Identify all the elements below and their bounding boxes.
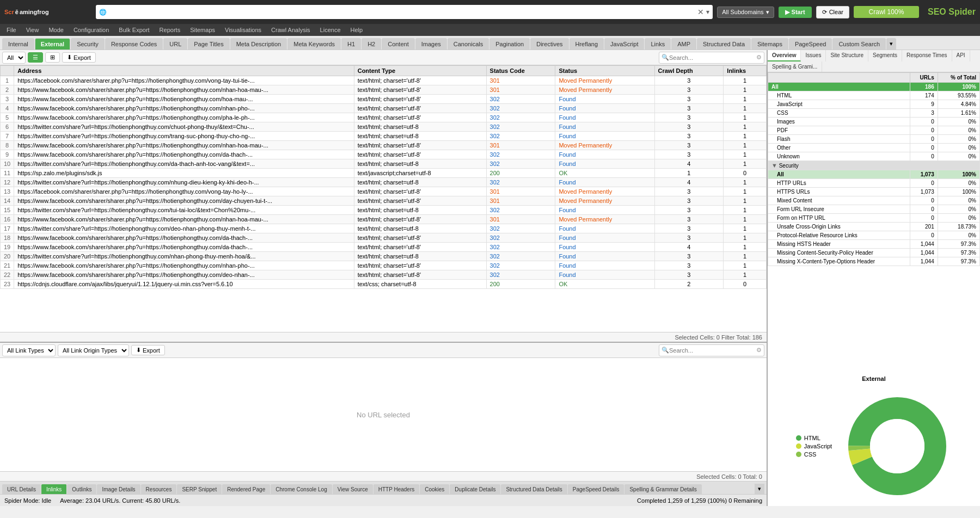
- menu-item-crawl-analysis[interactable]: Crawl Analysis: [267, 26, 315, 34]
- bottom-tab-structured-data-details[interactable]: Structured Data Details: [501, 484, 567, 494]
- col-address[interactable]: Address: [14, 66, 354, 76]
- bottom-tab-rendered-page[interactable]: Rendered Page: [222, 484, 270, 494]
- list-view-button[interactable]: ☰: [28, 52, 43, 63]
- table-row[interactable]: 11 https://sp.zalo.me/plugins/sdk.js tex…: [1, 169, 767, 178]
- nav-tab-images[interactable]: Images: [415, 38, 447, 50]
- nav-tab-canonicals[interactable]: Canonicals: [448, 38, 489, 50]
- table-row[interactable]: 9 https://www.facebook.com/sharer/sharer…: [1, 150, 767, 159]
- table-row[interactable]: 3 https://www.facebook.com/sharer/sharer…: [1, 95, 767, 104]
- overview-row[interactable]: HTTPS URLs1,073100%: [768, 188, 980, 196]
- table-row[interactable]: 12 https://twitter.com/share?url=https:/…: [1, 178, 767, 187]
- overview-row[interactable]: Missing X-Content-Type-Options Header1,0…: [768, 257, 980, 266]
- nav-tab-internal[interactable]: Internal: [2, 38, 34, 50]
- nav-tab-response-codes[interactable]: Response Codes: [105, 38, 163, 50]
- bottom-tab-cookies[interactable]: Cookies: [420, 484, 449, 494]
- table-row[interactable]: 5 https://www.facebook.com/sharer/sharer…: [1, 113, 767, 122]
- table-row[interactable]: 19 https://www.facebook.com/sharer/share…: [1, 243, 767, 252]
- nav-tab-h2[interactable]: H2: [362, 38, 381, 50]
- nav-tab-pagespeed[interactable]: PageSpeed: [789, 38, 832, 50]
- col-inlinks[interactable]: Inlinks: [724, 66, 767, 76]
- menu-item-sitemaps[interactable]: Sitemaps: [186, 26, 219, 34]
- nav-tab-page-titles[interactable]: Page Titles: [188, 38, 229, 50]
- nav-tab-amp[interactable]: AMP: [671, 38, 696, 50]
- bottom-tab-chrome-console-log[interactable]: Chrome Console Log: [271, 484, 332, 494]
- menu-item-file[interactable]: File: [2, 26, 21, 34]
- overview-row[interactable]: All1,073100%: [768, 170, 980, 179]
- link-type-filter[interactable]: All Link Types: [2, 344, 56, 356]
- nav-tab-security[interactable]: Security: [71, 38, 105, 50]
- nav-tab-pagination[interactable]: Pagination: [489, 38, 530, 50]
- table-row[interactable]: 14 https://www.facebook.com/sharer/share…: [1, 196, 767, 206]
- right-tab-overview[interactable]: Overview: [768, 50, 801, 61]
- bottom-tab-view-source[interactable]: View Source: [333, 484, 373, 494]
- bottom-tab-url-details[interactable]: URL Details: [2, 484, 41, 494]
- nav-tab-javascript[interactable]: JavaScript: [604, 38, 644, 50]
- right-tab-spelling-&-grami...[interactable]: Spelling & Grami...: [768, 61, 822, 72]
- overview-row[interactable]: HTML17493.55%: [768, 91, 980, 100]
- nav-tabs-more-button[interactable]: ▾: [886, 38, 896, 50]
- settings-icon[interactable]: ⚙: [756, 54, 762, 61]
- bottom-tab-spelling-&-grammar-details[interactable]: Spelling & Grammar Details: [624, 484, 701, 494]
- overview-row[interactable]: HTTP URLs00%: [768, 179, 980, 188]
- bottom-tab-http-headers[interactable]: HTTP Headers: [373, 484, 420, 494]
- bottom-tab-pagespeed-details[interactable]: PageSpeed Details: [568, 484, 624, 494]
- url-clear-button[interactable]: ✕: [697, 8, 704, 16]
- menu-item-help[interactable]: Help: [346, 26, 367, 34]
- table-row[interactable]: 23 https://cdnjs.cloudflare.com/ajax/lib…: [1, 280, 767, 289]
- table-row[interactable]: 17 https://twitter.com/share?url=https:/…: [1, 224, 767, 233]
- export-button[interactable]: ⬇ Export: [62, 52, 96, 63]
- bottom-tab-inlinks[interactable]: Inlinks: [41, 484, 66, 494]
- bottom-tab-duplicate-details[interactable]: Duplicate Details: [450, 484, 500, 494]
- bottom-settings-icon[interactable]: ⚙: [756, 347, 762, 354]
- bottom-tabs-more-button[interactable]: ▾: [755, 484, 764, 494]
- nav-tab-h1[interactable]: H1: [341, 38, 361, 50]
- table-row[interactable]: 7 https://twitter.com/share?url=https://…: [1, 132, 767, 141]
- nav-tab-url[interactable]: URL: [163, 38, 187, 50]
- overview-row[interactable]: Protocol-Relative Resource Links00%: [768, 231, 980, 240]
- table-row[interactable]: 22 https://www.facebook.com/sharer/share…: [1, 270, 767, 280]
- overview-row[interactable]: Missing HSTS Header1,04497.3%: [768, 240, 980, 249]
- bottom-export-button[interactable]: ⬇ Export: [131, 345, 165, 355]
- url-bar[interactable]: 🌐 https://hotienphongthuy.com/ ✕ ▾: [96, 5, 713, 19]
- nav-tab-external[interactable]: External: [35, 38, 70, 50]
- nav-tab-links[interactable]: Links: [645, 38, 671, 50]
- bottom-tab-image-details[interactable]: Image Details: [97, 484, 140, 494]
- nav-tab-content[interactable]: Content: [382, 38, 415, 50]
- right-tab-site-structure[interactable]: Site Structure: [826, 50, 868, 61]
- overview-row[interactable]: All186100%: [768, 83, 980, 91]
- nav-tab-sitemaps[interactable]: Sitemaps: [751, 38, 788, 50]
- overview-row[interactable]: Unsafe Cross-Origin Links20118.73%: [768, 223, 980, 231]
- table-row[interactable]: 13 https://facebook.com/sharer/sharer.ph…: [1, 187, 767, 196]
- overview-row[interactable]: Missing Content-Security-Policy Header1,…: [768, 249, 980, 257]
- menu-item-view[interactable]: View: [22, 26, 44, 34]
- overview-row[interactable]: Form on HTTP URL00%: [768, 214, 980, 223]
- menu-item-visualisations[interactable]: Visualisations: [220, 26, 266, 34]
- overview-row[interactable]: ▼ Security: [768, 161, 980, 170]
- nav-tab-custom-search[interactable]: Custom Search: [832, 38, 886, 50]
- table-row[interactable]: 20 https://twitter.com/share?url=https:/…: [1, 252, 767, 261]
- nav-tab-meta-description[interactable]: Meta Description: [230, 38, 287, 50]
- menu-item-mode[interactable]: Mode: [44, 26, 68, 34]
- menu-item-configuration[interactable]: Configuration: [69, 26, 113, 34]
- overview-row[interactable]: Images00%: [768, 118, 980, 126]
- subdomains-button[interactable]: All Subdomains ▾: [717, 7, 774, 18]
- start-button[interactable]: ▶ Start: [779, 7, 812, 18]
- right-tab-api[interactable]: API: [952, 50, 970, 61]
- table-search-input[interactable]: [669, 54, 756, 61]
- menu-item-licence[interactable]: Licence: [316, 26, 345, 34]
- overview-row[interactable]: CSS31.61%: [768, 109, 980, 118]
- menu-item-reports[interactable]: Reports: [155, 26, 185, 34]
- url-dropdown-button[interactable]: ▾: [706, 8, 709, 16]
- col-status[interactable]: Status: [555, 66, 654, 76]
- bottom-tab-resources[interactable]: Resources: [141, 484, 177, 494]
- overview-row[interactable]: Other00%: [768, 144, 980, 152]
- table-row[interactable]: 16 https://www.facebook.com/sharer/share…: [1, 215, 767, 224]
- bottom-search-input[interactable]: [669, 347, 756, 354]
- nav-tab-meta-keywords[interactable]: Meta Keywords: [287, 38, 341, 50]
- grid-view-button[interactable]: ⊞: [45, 52, 60, 63]
- crawl-progress-button[interactable]: Crawl 100%: [854, 6, 919, 18]
- table-row[interactable]: 1 https://facebook.com/sharer/sharer.php…: [1, 76, 767, 85]
- col-content-type[interactable]: Content Type: [354, 66, 486, 76]
- clear-button[interactable]: ⟳ Clear: [816, 6, 849, 18]
- table-row[interactable]: 6 https://twitter.com/share?url=https://…: [1, 122, 767, 132]
